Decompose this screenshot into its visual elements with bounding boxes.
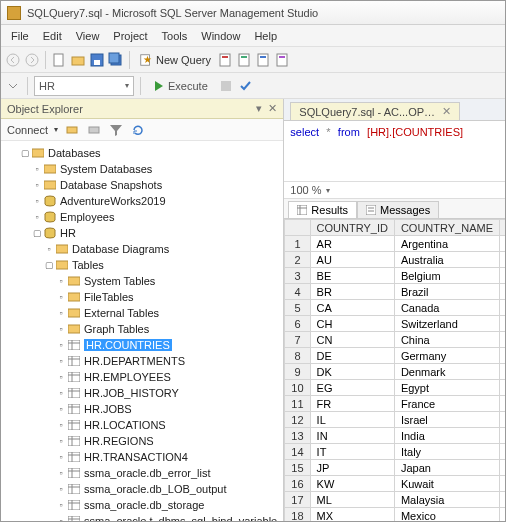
tree-hr[interactable]: HR (60, 227, 76, 239)
table-row[interactable]: 4BRBrazil2 (285, 284, 506, 300)
parse-icon[interactable] (238, 78, 254, 94)
tree-snap[interactable]: Database Snapshots (60, 179, 162, 191)
expand-toggle[interactable]: ▫ (55, 420, 67, 430)
expand-toggle[interactable]: ▫ (55, 292, 67, 302)
expand-toggle[interactable]: ▫ (55, 372, 67, 382)
cell-country-id[interactable]: IL (310, 412, 394, 428)
cell-country-name[interactable]: Mexico (394, 508, 499, 523)
cell-country-id[interactable]: AU (310, 252, 394, 268)
connect-label[interactable]: Connect (7, 124, 48, 136)
cell-region[interactable]: 2 (500, 236, 507, 252)
expand-toggle[interactable]: ▫ (31, 212, 43, 222)
tree-aw[interactable]: AdventureWorks2019 (60, 195, 166, 207)
tree-databases[interactable]: Databases (48, 147, 101, 159)
menu-edit[interactable]: Edit (37, 28, 68, 44)
table-row[interactable]: 7CNChina3 (285, 332, 506, 348)
table-row[interactable]: 6CHSwitzerland1 (285, 316, 506, 332)
cell-region[interactable]: 4 (500, 380, 507, 396)
execute-button[interactable]: Execute (147, 78, 214, 94)
cell-country-id[interactable]: JP (310, 460, 394, 476)
cell-region[interactable]: 1 (500, 396, 507, 412)
col-region[interactable]: REGI (500, 220, 507, 236)
cell-country-name[interactable]: Belgium (394, 268, 499, 284)
table-row[interactable]: 18MXMexico2 (285, 508, 506, 523)
cell-region[interactable]: 3 (500, 252, 507, 268)
new-file-icon[interactable] (51, 52, 67, 68)
tree-trans[interactable]: HR.TRANSACTION4 (84, 451, 188, 463)
close-tab-icon[interactable]: ✕ (442, 105, 451, 118)
cell-region[interactable]: 3 (500, 460, 507, 476)
cell-country-id[interactable]: BE (310, 268, 394, 284)
cell-country-name[interactable]: Italy (394, 444, 499, 460)
database-selector[interactable]: HR ▾ (34, 76, 134, 96)
cell-country-name[interactable]: China (394, 332, 499, 348)
cell-region[interactable]: 1 (500, 364, 507, 380)
pin-icon[interactable]: ▾ (256, 102, 262, 115)
menu-window[interactable]: Window (195, 28, 246, 44)
cell-country-id[interactable]: DK (310, 364, 394, 380)
cell-country-id[interactable]: MX (310, 508, 394, 523)
tree-ssma3[interactable]: ssma_oracle.db_storage (84, 499, 204, 511)
open-icon[interactable] (70, 52, 86, 68)
menu-help[interactable]: Help (248, 28, 283, 44)
table-row[interactable]: 15JPJapan3 (285, 460, 506, 476)
cell-country-name[interactable]: France (394, 396, 499, 412)
tree-exttables[interactable]: External Tables (84, 307, 159, 319)
cell-country-name[interactable]: Brazil (394, 284, 499, 300)
cell-region[interactable]: 1 (500, 316, 507, 332)
tree-jobs[interactable]: HR.JOBS (84, 403, 132, 415)
table-row[interactable]: 14ITItaly1 (285, 444, 506, 460)
connect-icon[interactable] (64, 122, 80, 138)
table-row[interactable]: 11FRFrance1 (285, 396, 506, 412)
sql-editor[interactable]: select * from [HR].[COUNTRIES] (284, 121, 506, 181)
expand-toggle[interactable]: ▫ (55, 276, 67, 286)
menu-tools[interactable]: Tools (156, 28, 194, 44)
tree-ssma2[interactable]: ssma_oracle.db_LOB_output (84, 483, 226, 495)
menu-project[interactable]: Project (107, 28, 153, 44)
cell-country-name[interactable]: Australia (394, 252, 499, 268)
tree-ssma4[interactable]: ssma_oracle.t_dbms_sql_bind_variable (84, 515, 277, 522)
cell-region[interactable]: 2 (500, 508, 507, 523)
query-type4-icon[interactable] (275, 52, 291, 68)
cell-country-name[interactable]: India (394, 428, 499, 444)
cell-country-id[interactable]: DE (310, 348, 394, 364)
table-row[interactable]: 9DKDenmark1 (285, 364, 506, 380)
table-row[interactable]: 5CACanada2 (285, 300, 506, 316)
expand-toggle[interactable]: ▫ (55, 340, 67, 350)
table-row[interactable]: 10EGEgypt4 (285, 380, 506, 396)
chevron-down-icon[interactable]: ▾ (54, 125, 58, 134)
tree-graphtables[interactable]: Graph Tables (84, 323, 149, 335)
cell-country-name[interactable]: Denmark (394, 364, 499, 380)
cell-country-id[interactable]: CH (310, 316, 394, 332)
expand-toggle[interactable]: ▫ (55, 356, 67, 366)
query-type3-icon[interactable] (256, 52, 272, 68)
cell-country-id[interactable]: IT (310, 444, 394, 460)
new-query-button[interactable]: ★ New Query (135, 51, 215, 69)
cell-country-name[interactable]: Malaysia (394, 492, 499, 508)
expand-toggle[interactable]: ▫ (55, 324, 67, 334)
table-row[interactable]: 1ARArgentina2 (285, 236, 506, 252)
table-row[interactable]: 13INIndia3 (285, 428, 506, 444)
zoom-value[interactable]: 100 % (290, 184, 321, 196)
table-row[interactable]: 17MLMalaysia3 (285, 492, 506, 508)
expand-toggle[interactable]: ▫ (55, 404, 67, 414)
cell-country-name[interactable]: Argentina (394, 236, 499, 252)
expand-toggle[interactable]: ▫ (55, 388, 67, 398)
cell-country-name[interactable]: Switzerland (394, 316, 499, 332)
results-grid[interactable]: COUNTRY_ID COUNTRY_NAME REGI 1ARArgentin… (284, 219, 506, 522)
cell-country-id[interactable]: IN (310, 428, 394, 444)
cell-region[interactable]: 1 (500, 348, 507, 364)
cell-country-id[interactable]: BR (310, 284, 394, 300)
cell-country-id[interactable]: ML (310, 492, 394, 508)
tree-emp[interactable]: Employees (60, 211, 114, 223)
col-country-id[interactable]: COUNTRY_ID (310, 220, 394, 236)
table-row[interactable]: 2AUAustralia3 (285, 252, 506, 268)
table-row[interactable]: 3BEBelgium1 (285, 268, 506, 284)
expand-toggle[interactable]: ▫ (55, 484, 67, 494)
cell-region[interactable]: 4 (500, 412, 507, 428)
cell-country-name[interactable]: Kuwait (394, 476, 499, 492)
tab-results[interactable]: Results (288, 201, 357, 218)
chevron-down-icon[interactable]: ▾ (326, 186, 330, 195)
tab-messages[interactable]: Messages (357, 201, 439, 218)
expand-toggle[interactable]: ▢ (19, 148, 31, 158)
